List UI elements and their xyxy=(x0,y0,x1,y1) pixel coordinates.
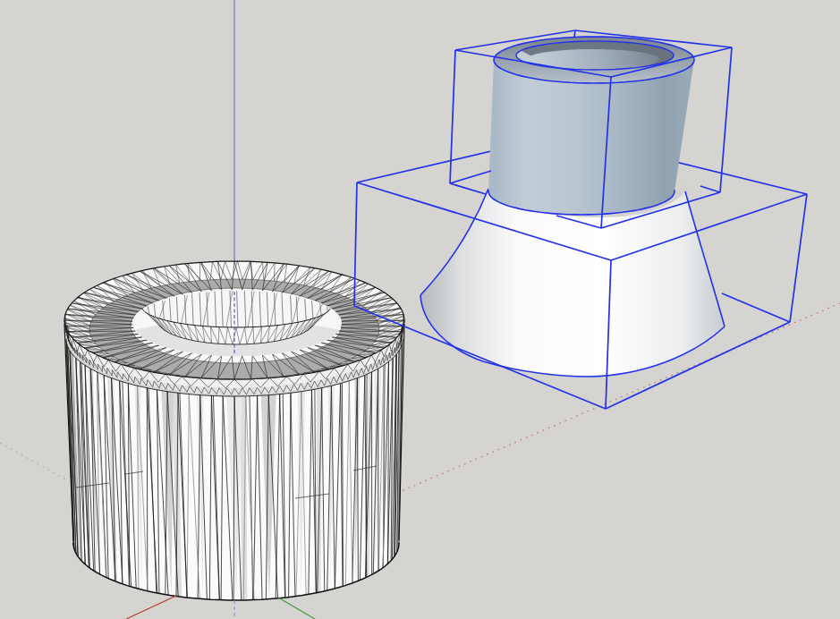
viewport-stage xyxy=(0,0,840,619)
wall-edge xyxy=(147,388,148,591)
viewport-canvas[interactable] xyxy=(0,0,840,619)
